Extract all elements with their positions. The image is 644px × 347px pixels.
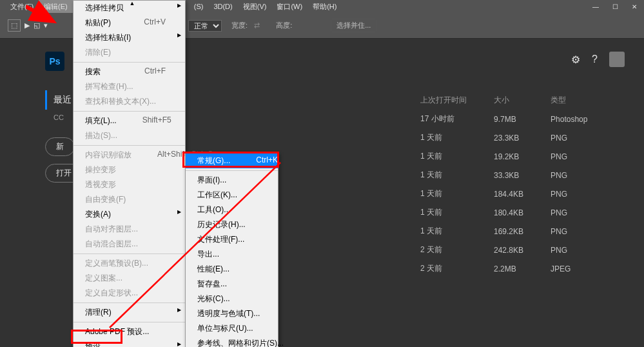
recent-files-table: 上次打开时间 大小 类型 17 小时前9.7MBPhotoshop1 天前23.… — [406, 90, 601, 279]
table-row[interactable]: 1 天前23.3KBPNG — [407, 129, 600, 146]
svg-line-0 — [110, 163, 280, 328]
col-time[interactable]: 上次打开时间 — [407, 92, 480, 109]
maximize-button[interactable]: ☐ — [605, 0, 625, 13]
minimize-button[interactable]: — — [586, 0, 605, 13]
svg-line-1 — [26, 6, 40, 14]
menu-item[interactable]: 参考线、网格和切片(S)... — [186, 336, 278, 347]
table-row[interactable]: 2 天前242.8KBPNG — [407, 241, 600, 259]
avatar[interactable] — [609, 52, 625, 67]
table-row[interactable]: 1 天前184.4KBPNG — [407, 185, 600, 203]
gear-icon[interactable]: ⚙ — [571, 54, 580, 66]
table-row[interactable]: 1 天前169.2KBPNG — [407, 223, 600, 240]
close-button[interactable]: ✕ — [625, 0, 644, 13]
tools-panel[interactable] — [0, 39, 19, 347]
tool-icon-move[interactable]: ⬚ — [8, 19, 21, 32]
table-row[interactable]: 1 天前19.2KBPNG — [407, 148, 600, 165]
menu-item[interactable]: 预设 — [73, 339, 185, 347]
table-row[interactable]: 1 天前180.4KBPNG — [407, 204, 600, 221]
annotation-arrow — [26, 0, 348, 335]
col-type[interactable]: 类型 — [538, 92, 600, 109]
help-icon[interactable]: ? — [592, 54, 598, 65]
table-row[interactable]: 2 天前2.2MBJPEG — [407, 260, 600, 277]
window-controls: — ☐ ✕ — [586, 0, 644, 13]
col-size[interactable]: 大小 — [481, 92, 536, 109]
table-row[interactable]: 1 天前33.3KBPNG — [407, 166, 600, 184]
table-row[interactable]: 17 小时前9.7MBPhotoshop — [407, 110, 600, 128]
